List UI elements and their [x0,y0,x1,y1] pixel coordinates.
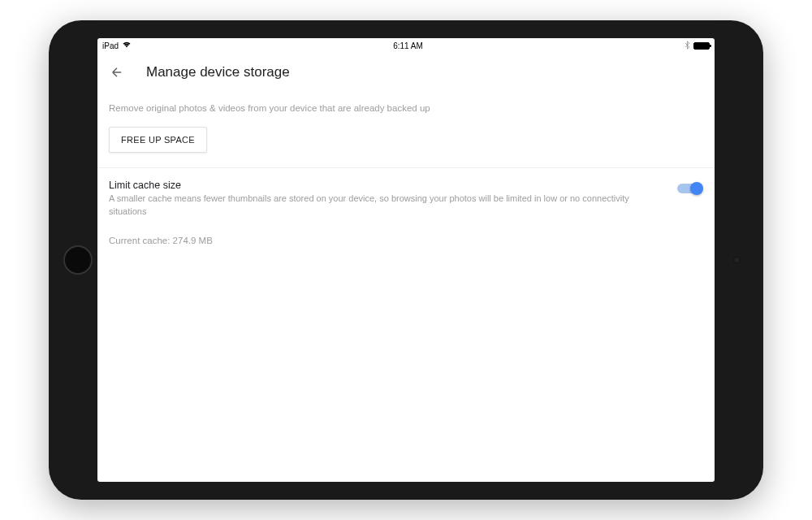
free-up-section: Remove original photos & videos from you… [109,92,703,162]
tablet-frame: iPad 6:11 AM [49,20,763,500]
device-label: iPad [102,41,119,50]
wifi-icon [122,41,132,50]
free-up-description: Remove original photos & videos from you… [109,102,703,115]
app-header: Manage device storage [97,53,715,92]
home-button[interactable] [63,245,93,275]
status-bar: iPad 6:11 AM [97,38,715,53]
limit-cache-description: A smaller cache means fewer thumbnails a… [109,193,659,218]
camera [733,257,741,264]
limit-cache-toggle[interactable] [676,181,703,196]
back-button[interactable] [107,63,127,82]
page-title: Manage device storage [146,64,290,80]
content-area: Remove original photos & videos from you… [97,92,715,245]
bluetooth-icon [685,41,690,51]
current-cache-label: Current cache: 274.9 MB [109,236,703,245]
status-time: 6:11 AM [393,41,423,50]
free-up-space-button[interactable]: FREE UP SPACE [109,127,207,153]
limit-cache-title: Limit cache size [109,180,659,191]
battery-icon [693,42,710,50]
limit-cache-row: Limit cache size A smaller cache means f… [109,168,703,224]
screen: iPad 6:11 AM [97,38,715,482]
